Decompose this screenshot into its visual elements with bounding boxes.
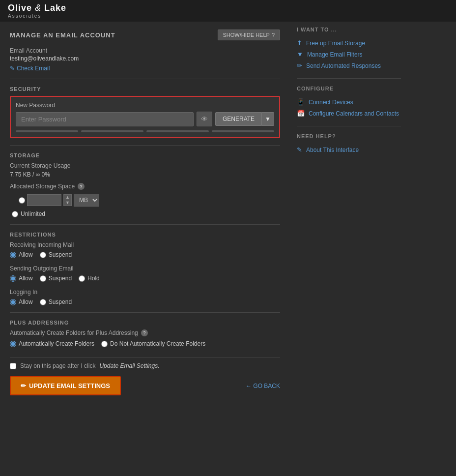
sending-allow-option[interactable]: Allow xyxy=(10,275,33,282)
storage-number-radio[interactable] xyxy=(19,197,25,204)
allocated-label-row: Allocated Storage Space ? xyxy=(10,183,280,190)
receiving-label: Receiving Incoming Mail xyxy=(10,241,280,248)
plus-auto-label-text: Automatically Create Folders for Plus Ad… xyxy=(10,329,138,336)
strength-bar-2 xyxy=(81,130,143,132)
sidebar-need-help-title: NEED HELP? xyxy=(297,133,401,141)
logo: Olive & Lake Associates xyxy=(8,3,66,19)
receiving-suspend-radio[interactable] xyxy=(40,252,46,258)
sidebar-configure-title: CONFIGURE xyxy=(297,86,401,93)
manage-filters-icon: ▼ xyxy=(297,51,303,58)
sidebar-link-free-up-storage[interactable]: ⬆ Free up Email Storage xyxy=(297,39,401,47)
logging-suspend-label: Suspend xyxy=(49,298,72,305)
receiving-allow-radio[interactable] xyxy=(10,252,16,258)
receiving-group: Receiving Incoming Mail Allow Suspend xyxy=(10,241,280,258)
spinner-down-button[interactable]: ▼ xyxy=(64,200,71,206)
logging-allow-radio[interactable] xyxy=(10,299,16,305)
sidebar-link-send-automated[interactable]: ✏ Send Automated Responses xyxy=(297,62,401,69)
sidebar-i-want-to-section: I WANT TO ... ⬆ Free up Email Storage ▼ … xyxy=(297,27,401,69)
storage-spinner: ▲ ▼ xyxy=(63,194,72,206)
logo-text: Olive & Lake xyxy=(8,3,66,13)
generate-button[interactable]: GENERATE xyxy=(215,112,262,126)
unlimited-label: Unlimited xyxy=(21,210,45,217)
sidebar-link-about-interface[interactable]: ✎ About This Interface xyxy=(297,146,401,153)
no-auto-create-folders-radio[interactable] xyxy=(101,341,108,347)
generate-dropdown-button[interactable]: ▼ xyxy=(262,112,274,126)
sending-suspend-option[interactable]: Suspend xyxy=(40,275,72,282)
receiving-suspend-option[interactable]: Suspend xyxy=(40,251,72,258)
no-auto-create-folders-label: Do Not Automatically Create Folders xyxy=(110,340,205,347)
auto-create-folders-option[interactable]: Automatically Create Folders xyxy=(10,340,94,347)
logging-allow-option[interactable]: Allow xyxy=(10,298,33,305)
sidebar-divider-2 xyxy=(297,126,401,126)
content-area: MANAGE AN EMAIL ACCOUNT SHOW/HIDE HELP ?… xyxy=(0,22,290,403)
password-box: New Password 👁 GENERATE ▼ xyxy=(10,96,280,138)
go-back-label: ← GO BACK xyxy=(246,383,280,389)
email-account-label: Email Account xyxy=(10,47,280,54)
logging-label: Logging In xyxy=(10,289,280,296)
unlimited-row: Unlimited xyxy=(12,210,280,217)
password-input[interactable] xyxy=(16,112,194,126)
toggle-password-button[interactable]: 👁 xyxy=(197,112,212,126)
main-layout: MANAGE AN EMAIL ACCOUNT SHOW/HIDE HELP ?… xyxy=(0,22,456,403)
stay-on-page-italic: Update Email Settings. xyxy=(99,362,159,369)
generate-btn-group: GENERATE ▼ xyxy=(215,112,274,126)
manage-filters-label: Manage Email Filters xyxy=(307,51,363,58)
check-email-label: Check Email xyxy=(17,65,50,72)
update-btn-label: UPDATE EMAIL SETTINGS xyxy=(29,382,110,389)
about-interface-label: About This Interface xyxy=(306,147,359,153)
sidebar-link-connect-devices[interactable]: 📱 Connect Devices xyxy=(297,98,401,106)
auto-create-folders-radio[interactable] xyxy=(10,341,16,347)
logo-sub: Associates xyxy=(8,13,66,19)
sending-suspend-radio[interactable] xyxy=(40,275,46,282)
divider-1 xyxy=(10,79,280,79)
receiving-suspend-label: Suspend xyxy=(49,251,72,258)
sidebar-link-manage-filters[interactable]: ▼ Manage Email Filters xyxy=(297,51,401,58)
storage-number-input[interactable] xyxy=(27,194,61,206)
check-email-icon: ✎ xyxy=(10,65,15,72)
sidebar-link-calendars-contacts[interactable]: 📅 Configure Calendars and Contacts xyxy=(297,110,401,117)
password-input-row: 👁 GENERATE ▼ xyxy=(16,112,274,126)
check-email-link[interactable]: ✎ Check Email xyxy=(10,65,280,72)
plus-auto-label: Automatically Create Folders for Plus Ad… xyxy=(10,329,280,336)
generate-dropdown-arrow-icon: ▼ xyxy=(265,116,271,122)
security-section-title: SECURITY xyxy=(10,86,280,92)
stay-on-page-checkbox[interactable] xyxy=(10,363,16,369)
logging-allow-label: Allow xyxy=(19,298,33,305)
logging-suspend-option[interactable]: Suspend xyxy=(40,298,72,305)
plus-radio-group: Automatically Create Folders Do Not Auto… xyxy=(10,340,280,347)
update-icon: ✏ xyxy=(21,382,26,389)
unlimited-option[interactable]: Unlimited xyxy=(12,210,45,217)
storage-current-value: 7.75 KB / ∞ 0% xyxy=(10,171,280,178)
unlimited-radio-input[interactable] xyxy=(12,211,18,217)
sending-group: Sending Outgoing Email Allow Suspend Hol… xyxy=(10,265,280,282)
sending-hold-option[interactable]: Hold xyxy=(79,275,100,282)
page-header: MANAGE AN EMAIL ACCOUNT SHOW/HIDE HELP ? xyxy=(10,30,280,40)
send-automated-icon: ✏ xyxy=(297,62,302,69)
storage-unit-select[interactable]: MB GB TB xyxy=(74,194,99,207)
plus-help-icon[interactable]: ? xyxy=(141,329,148,336)
sending-allow-radio[interactable] xyxy=(10,275,16,282)
footer-section: Stay on this page after I click Update E… xyxy=(10,357,280,395)
logo-secondary: Lake xyxy=(44,3,66,13)
allocated-help-icon[interactable]: ? xyxy=(78,183,85,190)
divider-4 xyxy=(10,312,280,313)
sidebar-i-want-to-title: I WANT TO ... xyxy=(297,27,401,34)
update-email-settings-button[interactable]: ✏ UPDATE EMAIL SETTINGS xyxy=(10,376,121,395)
free-up-storage-icon: ⬆ xyxy=(297,39,302,47)
receiving-allow-option[interactable]: Allow xyxy=(10,251,33,258)
no-auto-create-folders-option[interactable]: Do Not Automatically Create Folders xyxy=(101,340,205,347)
sidebar: I WANT TO ... ⬆ Free up Email Storage ▼ … xyxy=(290,22,408,403)
storage-section-title: STORAGE xyxy=(10,152,280,158)
spinner-up-button[interactable]: ▲ xyxy=(64,195,71,200)
generate-label: GENERATE xyxy=(223,116,255,122)
show-hide-help-button[interactable]: SHOW/HIDE HELP ? xyxy=(218,30,280,40)
restrictions-section-title: RESTRICTIONS xyxy=(10,232,280,238)
storage-number-radio-input[interactable] xyxy=(19,197,25,204)
sending-hold-radio[interactable] xyxy=(79,275,85,282)
strength-bar-3 xyxy=(146,130,209,132)
header: Olive & Lake Associates xyxy=(0,0,456,22)
go-back-link[interactable]: ← GO BACK xyxy=(246,383,280,389)
stay-on-page-label: Stay on this page after I click xyxy=(20,362,95,369)
plus-addressing-section-title: PLUS ADDRESSING xyxy=(10,320,280,326)
logging-suspend-radio[interactable] xyxy=(40,299,46,305)
